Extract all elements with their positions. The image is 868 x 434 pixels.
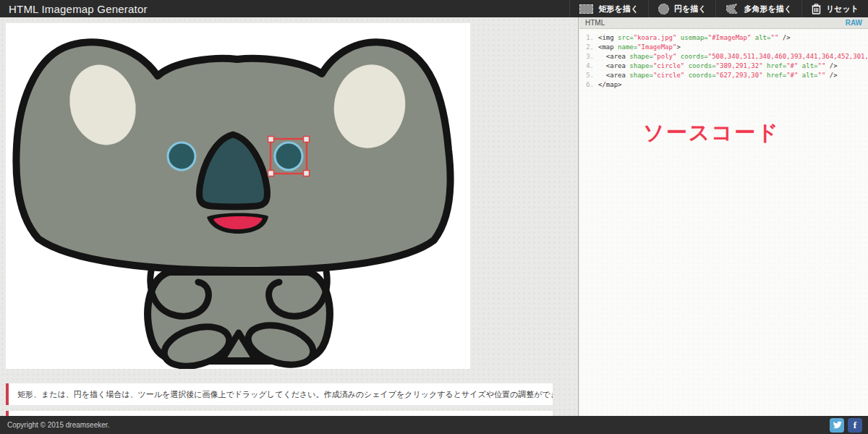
code-line: 6.</map> [579,80,868,90]
draw-polygon-label: 多角形を描く [744,4,792,14]
code-lines: 1.<img src="koara.jpg" usemap="#ImageMap… [579,29,868,90]
rect-tool-icon [579,4,593,14]
draw-circle-button[interactable]: 円を描く [648,0,716,17]
toolbar: 矩形を描く 円を描く 多角形を描く [569,0,868,17]
trash-icon [812,4,821,14]
circle-tool-icon [658,4,669,14]
selection-handle-nw[interactable] [268,137,274,142]
page-title: HTML Imagemap Generator [0,3,148,15]
koala-image [6,23,470,369]
code-line: 4. <area shape="circle" coords="389,291,… [579,61,868,71]
social-links: f [830,418,868,433]
twitter-icon [833,420,842,430]
instruction-text: 矩形、または、円を描く場合は、ツールを選択後に画像上でドラッグしてください。作成… [17,390,553,399]
facebook-button[interactable]: f [848,418,862,433]
selection-handle-se[interactable] [304,171,310,176]
app: HTML Imagemap Generator 矩形を描く 円を描く 多角形を描… [0,0,868,434]
area-circle-right-eye[interactable] [275,142,302,170]
copyright-text: Copyright © 2015 dreamseeker. [0,421,109,429]
editor-column: 矩形、または、円を描く場合は、ツールを選択後に画像上でドラッグしてください。作成… [0,17,579,416]
source-column: HTML RAW 1.<img src="koara.jpg" usemap="… [579,17,868,416]
footer: Copyright © 2015 dreamseeker. f [0,416,868,434]
code-panel-header: HTML RAW [579,17,868,29]
draw-polygon-button[interactable]: 多角形を描く [715,0,801,17]
draw-circle-label: 円を描く [674,4,707,14]
area-circle-left-eye[interactable] [168,142,195,170]
code-line: 2.<map name="ImageMap"> [579,43,868,52]
draw-rectangle-label: 矩形を描く [598,4,639,14]
reset-label: リセット [826,4,859,14]
facebook-icon: f [854,420,856,431]
main-area: 矩形、または、円を描く場合は、ツールを選択後に画像上でドラッグしてください。作成… [0,17,868,416]
code-line: 5. <area shape="circle" coords="627,293,… [579,71,868,80]
code-panel-title: HTML [585,19,605,27]
draw-rectangle-button[interactable]: 矩形を描く [569,0,648,17]
top-bar: HTML Imagemap Generator 矩形を描く 円を描く 多角形を描… [0,0,868,17]
reset-button[interactable]: リセット [801,0,868,17]
twitter-button[interactable] [830,418,844,433]
selection-handle-sw[interactable] [268,171,274,176]
source-code-label: ソースコード [643,119,780,148]
polygon-tool-icon [726,3,739,14]
raw-link[interactable]: RAW [846,19,862,27]
code-line: 3. <area shape="poly" coords="508,340,51… [579,52,868,61]
selection-handle-ne[interactable] [304,137,310,142]
code-line: 1.<img src="koara.jpg" usemap="#ImageMap… [579,33,868,43]
imagemap-canvas[interactable] [6,23,470,369]
instruction-box: 矩形、または、円を描く場合は、ツールを選択後に画像上でドラッグしてください。作成… [6,383,553,405]
